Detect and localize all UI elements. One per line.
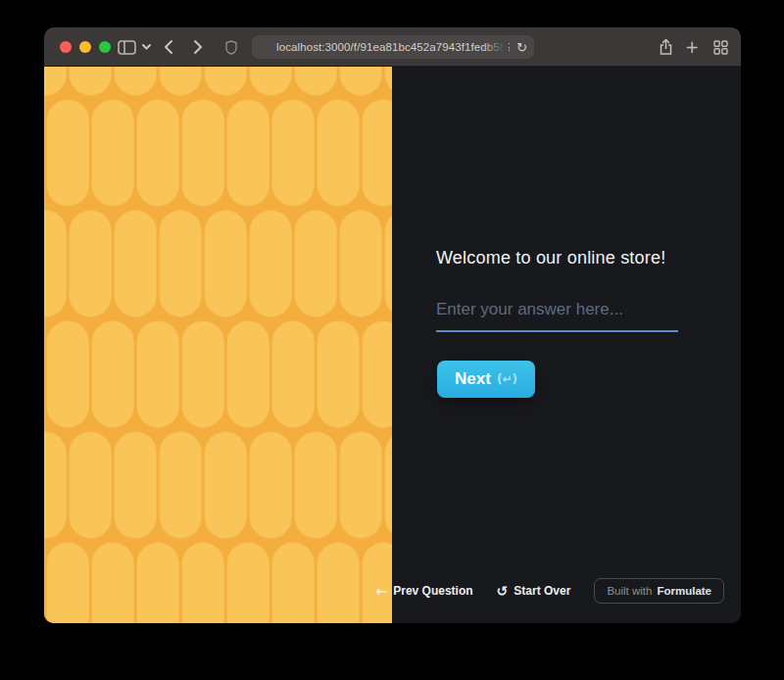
address-bar[interactable]: localhost:3000/f/91ea81bc452a7943f1fedb5…	[252, 35, 534, 59]
prev-question-button[interactable]: ← Prev Question	[376, 584, 473, 598]
start-over-label: Start Over	[514, 584, 570, 598]
answer-input[interactable]	[436, 300, 678, 332]
share-icon[interactable]	[657, 27, 674, 67]
new-tab-icon[interactable]: +	[683, 27, 701, 67]
privacy-shield-icon[interactable]	[222, 27, 240, 67]
browser-window: localhost:3000/f/91ea81bc452a7943f1fedb5…	[44, 27, 741, 623]
built-with-formulate-badge[interactable]: Built with Formulate	[594, 578, 724, 604]
form-pane: Welcome to our online store! Next (↵) ← …	[392, 67, 741, 623]
decorative-pattern-pane	[44, 67, 392, 623]
close-window-button[interactable]	[60, 41, 72, 53]
minimize-window-button[interactable]	[79, 41, 91, 53]
left-arrow-icon: ←	[376, 584, 388, 598]
url-text: localhost:3000/f/91ea81bc452a7943f1fedb5…	[276, 41, 510, 53]
prev-question-label: Prev Question	[393, 584, 472, 598]
question-text: Welcome to our online store!	[436, 248, 665, 268]
reload-icon[interactable]: ↻	[516, 35, 527, 59]
restart-icon: ↺	[497, 584, 509, 598]
back-icon[interactable]	[160, 27, 177, 67]
page-content: Welcome to our online store! Next (↵) ← …	[44, 67, 741, 623]
enter-key-hint-icon: (↵)	[497, 372, 517, 386]
forward-icon[interactable]	[189, 27, 207, 67]
badge-brand: Formulate	[657, 585, 711, 597]
form-footer: ← Prev Question ↺ Start Over Built with …	[376, 578, 724, 604]
traffic-lights	[60, 41, 111, 53]
zoom-window-button[interactable]	[99, 41, 111, 53]
url-fade-overlay	[483, 38, 509, 56]
start-over-button[interactable]: ↺ Start Over	[497, 584, 571, 598]
next-button-label: Next	[455, 369, 491, 389]
browser-toolbar: localhost:3000/f/91ea81bc452a7943f1fedb5…	[44, 27, 741, 67]
badge-prefix: Built with	[607, 585, 652, 597]
pill-pattern-graphic	[44, 67, 392, 623]
sidebar-icon[interactable]	[116, 27, 137, 67]
tab-overview-icon[interactable]	[710, 27, 730, 67]
next-button[interactable]: Next (↵)	[437, 361, 535, 398]
chevron-down-icon[interactable]	[139, 27, 153, 67]
